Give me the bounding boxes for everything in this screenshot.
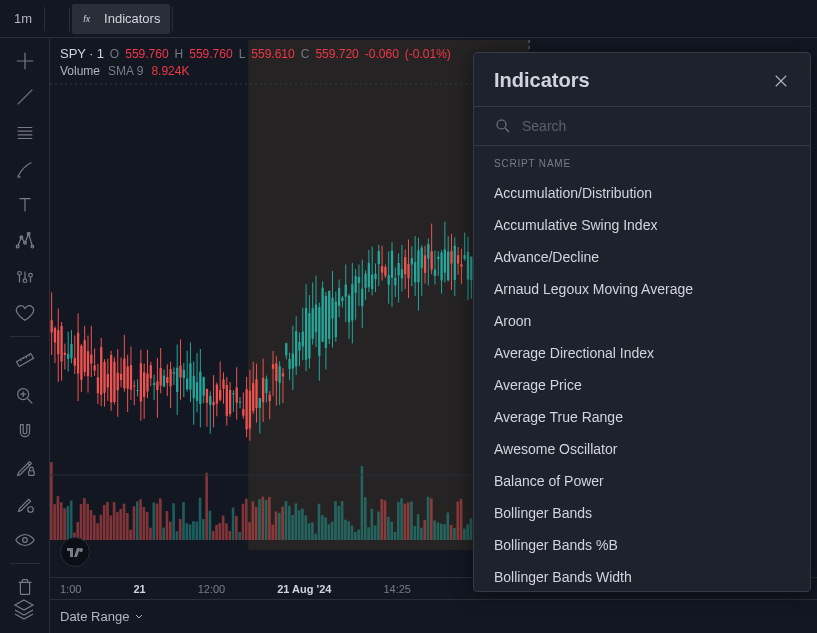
change-pct-value: (-0.01%): [405, 47, 451, 61]
separator: [10, 336, 40, 337]
search-input[interactable]: [522, 118, 790, 134]
search-icon: [494, 117, 512, 135]
close-icon: [772, 72, 790, 90]
drawing-toolbar: [0, 38, 50, 633]
divider: [44, 7, 45, 31]
undo-button[interactable]: [175, 4, 195, 34]
indicator-item[interactable]: Aroon: [474, 305, 810, 337]
candle-style-button[interactable]: [47, 4, 67, 34]
brush-icon: [14, 158, 36, 180]
ohlc-o-value: 559.760: [125, 47, 168, 61]
date-range-button[interactable]: Date Range: [60, 609, 144, 624]
svg-point-1: [16, 245, 19, 248]
zoom-icon: [14, 385, 36, 407]
heart-icon: [14, 302, 36, 324]
ohlc-h-value: 559.760: [189, 47, 232, 61]
svg-rect-11: [28, 471, 33, 476]
pattern-tool[interactable]: [6, 224, 44, 258]
panel-title: Indicators: [494, 69, 590, 92]
visibility-tool[interactable]: [6, 523, 44, 557]
trend-line-tool[interactable]: [6, 80, 44, 114]
object-tree-button[interactable]: [12, 597, 36, 625]
search-row: [474, 107, 810, 146]
text-tool[interactable]: [6, 188, 44, 222]
svg-point-6: [17, 272, 21, 276]
separator: [10, 563, 40, 564]
svg-rect-9: [16, 353, 33, 366]
indicator-item[interactable]: Arnaud Legoux Moving Average: [474, 273, 810, 305]
redo-button[interactable]: [195, 4, 215, 34]
time-tick: 1:00: [60, 583, 81, 595]
fx-icon: fx: [82, 11, 98, 27]
indicator-item[interactable]: Accumulative Swing Index: [474, 209, 810, 241]
time-tick: 21 Aug '24: [277, 583, 331, 595]
time-tick: 21: [133, 583, 145, 595]
prediction-tool[interactable]: [6, 260, 44, 294]
time-tick: 12:00: [198, 583, 226, 595]
favorites-tool[interactable]: [6, 296, 44, 330]
divider: [172, 7, 173, 31]
line-icon: [14, 86, 36, 108]
ohlc-o-label: O: [110, 47, 119, 61]
interval-selector[interactable]: 1m: [4, 4, 42, 34]
pencil-lock-icon: [14, 457, 36, 479]
tradingview-logo[interactable]: [60, 537, 90, 567]
divider: [69, 7, 70, 31]
change-value: -0.060: [365, 47, 399, 61]
eye-icon: [14, 529, 36, 551]
indicator-item[interactable]: Average True Range: [474, 401, 810, 433]
ohlc-h-label: H: [175, 47, 184, 61]
date-range-label: Date Range: [60, 609, 129, 624]
close-button[interactable]: [772, 72, 790, 90]
svg-point-5: [30, 245, 33, 248]
indicator-item[interactable]: Balance of Power: [474, 465, 810, 497]
indicator-item[interactable]: Average Price: [474, 369, 810, 401]
xabcd-icon: [14, 230, 36, 252]
svg-point-14: [497, 120, 506, 129]
chevron-down-icon: [134, 612, 144, 622]
fib-tool[interactable]: [6, 116, 44, 150]
svg-point-8: [28, 273, 32, 277]
symbol-name[interactable]: SPY · 1: [60, 46, 104, 61]
ruler-icon: [14, 349, 36, 371]
indicators-label: Indicators: [104, 11, 160, 26]
magnet-icon: [14, 421, 36, 443]
indicators-panel: Indicators SCRIPT NAME Accumulation/Dist…: [473, 52, 811, 592]
crosshair-tool[interactable]: [6, 44, 44, 78]
chart-legend: SPY · 1 O559.760 H559.760 L559.610 C559.…: [50, 38, 461, 80]
volume-label: Volume: [60, 64, 100, 78]
indicator-item[interactable]: Accumulation/Distribution: [474, 177, 810, 209]
indicator-item[interactable]: Bollinger Bands Width: [474, 561, 810, 591]
top-toolbar: 1m fx Indicators: [0, 0, 817, 38]
zoom-tool[interactable]: [6, 379, 44, 413]
trash-icon: [14, 576, 36, 598]
ohlc-c-value: 559.720: [315, 47, 358, 61]
measure-tool[interactable]: [6, 343, 44, 377]
svg-point-13: [22, 538, 27, 543]
fib-icon: [14, 122, 36, 144]
indicator-list[interactable]: Accumulation/DistributionAccumulative Sw…: [474, 177, 810, 591]
indicators-button[interactable]: fx Indicators: [72, 4, 170, 34]
indicator-item[interactable]: Bollinger Bands: [474, 497, 810, 529]
time-tick: 14:25: [383, 583, 411, 595]
svg-point-12: [27, 507, 33, 513]
stay-drawing-tool[interactable]: [6, 487, 44, 521]
crosshair-icon: [14, 50, 36, 72]
text-icon: [14, 194, 36, 216]
magnet-tool[interactable]: [6, 415, 44, 449]
indicator-item[interactable]: Advance/Decline: [474, 241, 810, 273]
svg-text:fx: fx: [83, 14, 90, 24]
lock-tool[interactable]: [6, 451, 44, 485]
ohlc-l-label: L: [239, 47, 246, 61]
ohlc-c-label: C: [301, 47, 310, 61]
indicator-item[interactable]: Bollinger Bands %B: [474, 529, 810, 561]
volume-value: 8.924K: [151, 64, 189, 78]
volume-sma-label: SMA 9: [108, 64, 143, 78]
indicator-item[interactable]: Average Directional Index: [474, 337, 810, 369]
tv-icon: [67, 545, 83, 559]
svg-point-7: [23, 279, 27, 283]
brush-tool[interactable]: [6, 152, 44, 186]
bottom-bar: Date Range: [50, 599, 817, 633]
indicator-item[interactable]: Awesome Oscillator: [474, 433, 810, 465]
sliders-icon: [14, 266, 36, 288]
